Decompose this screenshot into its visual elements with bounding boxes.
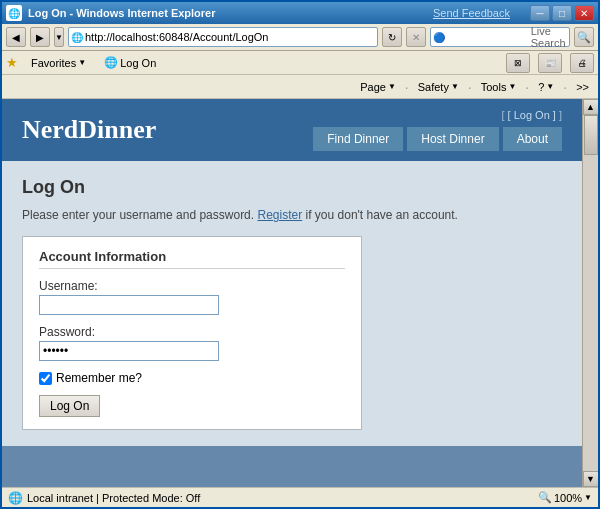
help-button[interactable]: ? ▼	[533, 79, 559, 95]
print-button[interactable]: 🖨	[570, 53, 594, 73]
stop-button[interactable]: ✕	[406, 27, 426, 47]
page-menu-button[interactable]: Page ▼	[355, 79, 401, 95]
live-search-label: Live Search	[531, 25, 567, 49]
forward-button[interactable]: ▶	[30, 27, 50, 47]
minimize-button[interactable]: ─	[530, 5, 550, 21]
page-menu-arrow-icon: ▼	[388, 82, 396, 91]
logon-link-wrap: [ [ Log On ] ]	[501, 109, 562, 121]
about-nav-button[interactable]: About	[503, 127, 562, 151]
search-wrap: 🔵 Live Search	[430, 27, 570, 47]
log-on-submit-button[interactable]: Log On	[39, 395, 100, 417]
site-logo: NerdDinner	[22, 115, 156, 145]
safety-menu-label: Safety	[418, 81, 449, 93]
page-content: Log On Please enter your username and pa…	[2, 161, 582, 446]
rss-button[interactable]: 📰	[538, 53, 562, 73]
remember-me-checkbox[interactable]	[39, 372, 52, 385]
page-inner: NerdDinner [ [ Log On ] ] Find Dinner Ho…	[2, 99, 582, 487]
separator-2: ·	[468, 79, 472, 95]
help-icon: ?	[538, 81, 544, 93]
safety-menu-arrow-icon: ▼	[451, 82, 459, 91]
window-controls: ─ □ ✕	[530, 5, 594, 21]
favorites-label: Favorites	[31, 57, 76, 69]
page-menu-label: Page	[360, 81, 386, 93]
status-right: 🔍 100% ▼	[538, 491, 592, 504]
page-icon: 🌐	[71, 32, 83, 43]
back-button[interactable]: ◀	[6, 27, 26, 47]
username-field: Username:	[39, 279, 345, 315]
remember-me-label: Remember me?	[56, 371, 142, 385]
search-input[interactable]	[447, 31, 531, 43]
host-dinner-nav-button[interactable]: Host Dinner	[407, 127, 498, 151]
zoom-arrow-icon: ▼	[584, 493, 592, 502]
toolbar-row: Page ▼ · Safety ▼ · Tools ▼ · ? ▼ · >>	[2, 75, 598, 99]
zoom-level: 100%	[554, 492, 582, 504]
scroll-thumb[interactable]	[584, 115, 598, 155]
password-field: Password:	[39, 325, 345, 361]
scroll-down-button[interactable]: ▼	[583, 471, 599, 487]
desc-pre: Please enter your username and password.	[22, 208, 254, 222]
more-tools-label: >>	[576, 81, 589, 93]
separator-1: ·	[405, 79, 409, 95]
tools-menu-label: Tools	[481, 81, 507, 93]
refresh-dropdown-button[interactable]: ▼	[54, 27, 64, 47]
address-input[interactable]	[85, 31, 375, 43]
status-bar: 🌐 Local intranet | Protected Mode: Off 🔍…	[2, 487, 598, 507]
webpage: NerdDinner [ [ Log On ] ] Find Dinner Ho…	[2, 99, 582, 487]
log-on-tab[interactable]: 🌐 Log On	[99, 53, 161, 72]
close-button[interactable]: ✕	[574, 5, 594, 21]
favorites-arrow-icon: ▼	[78, 58, 86, 67]
scroll-track[interactable]	[583, 115, 598, 471]
vertical-scrollbar: ▲ ▼	[582, 99, 598, 487]
tools-menu-button[interactable]: Tools ▼	[476, 79, 522, 95]
separator-4: ·	[563, 79, 567, 95]
find-dinner-nav-button[interactable]: Find Dinner	[313, 127, 403, 151]
more-tools-button[interactable]: >>	[571, 79, 594, 95]
browser-icon: 🌐	[6, 5, 22, 21]
password-input[interactable]	[39, 341, 219, 361]
tools-menu-arrow-icon: ▼	[508, 82, 516, 91]
status-text: Local intranet | Protected Mode: Off	[27, 492, 200, 504]
page-title: Log On	[22, 177, 562, 198]
safety-menu-button[interactable]: Safety ▼	[413, 79, 464, 95]
browser-content: NerdDinner [ [ Log On ] ] Find Dinner Ho…	[2, 99, 598, 487]
live-search-icon: 🔵	[433, 32, 445, 43]
title-bar-left: 🌐 Log On - Windows Internet Explorer	[6, 5, 216, 21]
title-bar: 🌐 Log On - Windows Internet Explorer Sen…	[2, 2, 598, 24]
site-header: NerdDinner [ [ Log On ] ] Find Dinner Ho…	[2, 99, 582, 161]
log-on-tab-label: Log On	[120, 57, 156, 69]
help-arrow-icon: ▼	[546, 82, 554, 91]
username-label: Username:	[39, 279, 345, 293]
username-input[interactable]	[39, 295, 219, 315]
address-bar-wrap: 🌐	[68, 27, 378, 47]
zoom-icon: 🔍	[538, 491, 552, 504]
refresh-button[interactable]: ↻	[382, 27, 402, 47]
favorites-star-icon: ★	[6, 55, 18, 70]
scroll-up-button[interactable]: ▲	[583, 99, 599, 115]
send-feedback-link[interactable]: Send Feedback	[433, 7, 510, 19]
main-nav: Find Dinner Host Dinner About	[313, 127, 562, 151]
favorites-bar: ★ Favorites ▼ 🌐 Log On ⊠ 📰 🖨	[2, 51, 598, 75]
address-bar: ◀ ▶ ▼ 🌐 ↻ ✕ 🔵 Live Search 🔍	[2, 24, 598, 51]
header-right: [ [ Log On ] ] Find Dinner Host Dinner A…	[313, 109, 562, 151]
maximize-button[interactable]: □	[552, 5, 572, 21]
window-title: Log On - Windows Internet Explorer	[28, 7, 216, 19]
zoom-button[interactable]: 🔍 100% ▼	[538, 491, 592, 504]
browser-window: 🌐 Log On - Windows Internet Explorer Sen…	[0, 0, 600, 509]
register-link[interactable]: Register	[257, 208, 302, 222]
page-description: Please enter your username and password.…	[22, 208, 562, 222]
form-box-title: Account Information	[39, 249, 345, 269]
favorites-button[interactable]: Favorites ▼	[26, 54, 91, 72]
intranet-icon: 🌐	[8, 491, 23, 505]
desc-post: if you don't have an account.	[306, 208, 458, 222]
logon-link[interactable]: [ Log On ]	[508, 109, 556, 121]
compatibility-button[interactable]: ⊠	[506, 53, 530, 73]
remember-me-row: Remember me?	[39, 371, 345, 385]
status-left: 🌐 Local intranet | Protected Mode: Off	[8, 491, 200, 505]
log-on-ie-icon: 🌐	[104, 56, 118, 69]
search-submit-button[interactable]: 🔍	[574, 27, 594, 47]
password-label: Password:	[39, 325, 345, 339]
bracket-close: ]	[559, 109, 562, 121]
separator-3: ·	[525, 79, 529, 95]
account-form-box: Account Information Username: Password: …	[22, 236, 362, 430]
